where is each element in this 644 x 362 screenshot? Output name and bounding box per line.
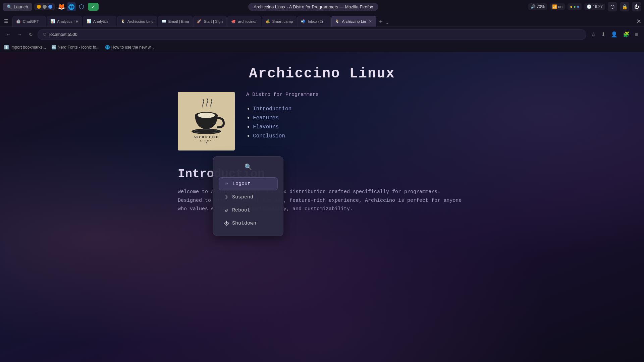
tab-archiccino[interactable]: 🐧 Archiccino Linu: [117, 16, 157, 26]
nav-link-flavours[interactable]: Flavours: [253, 124, 279, 130]
launch-button[interactable]: 🔍 Launch: [3, 3, 32, 11]
reboot-icon: ↺: [223, 207, 229, 213]
shutdown-label: Shutdown: [232, 221, 256, 226]
nav-item-flavours[interactable]: Flavours: [253, 124, 319, 130]
taskbar-dots: [34, 3, 55, 10]
tab-inbox[interactable]: 📬 Inbox (2) -: [297, 16, 331, 26]
nav-list: Introduction Features Flavours Conclusio…: [243, 106, 319, 139]
sidebar-toggle[interactable]: ☰: [3, 18, 10, 24]
import-icon: ⬇️: [4, 45, 9, 50]
clock: 🕐 16:27: [584, 3, 605, 10]
bookmark-nerd-fonts[interactable]: 🔤 Nerd Fonts - Iconic fo...: [51, 45, 100, 50]
tab-github-label: archiccino/: [238, 19, 257, 23]
analytics-h-favicon: 📊: [50, 19, 55, 23]
how-to-icon: 🌐: [105, 45, 110, 50]
bluetooth-indicator[interactable]: 📶 on: [550, 3, 565, 10]
tab-analytics-h[interactable]: 📊 Analytics | H: [47, 16, 82, 26]
search-row: 🔍: [219, 162, 278, 172]
bookmark-nerd-fonts-label: Nerd Fonts - Iconic fo...: [58, 45, 100, 50]
power-button[interactable]: ⏻: [632, 2, 641, 11]
bluetooth-button[interactable]: ⬡: [608, 2, 617, 11]
taskbar-right: 🔊 70% 📶 on ● ● ● 🕐 16:27 ⬡ 🔒 ⏻: [528, 2, 641, 11]
intro-side: A Distro for Programmers Introduction Fe…: [243, 92, 319, 153]
svg-point-1: [192, 129, 221, 134]
svg-text:— LINUX —: — LINUX —: [195, 139, 217, 142]
tab-github[interactable]: 🐙 archiccino/: [227, 16, 261, 26]
volume-icon: 🔊: [531, 4, 536, 9]
time-display: 16:27: [593, 4, 603, 9]
tab-start-label: Start | Sign: [204, 19, 223, 23]
search-icon[interactable]: 🔍: [243, 162, 253, 172]
logo-image: ARCHICCINO — LINUX —: [178, 92, 235, 150]
tab-archiccino-label: Archiccino Linu: [127, 19, 154, 23]
tab-analytics-h-label: Analytics | H: [57, 19, 78, 23]
status-dot-blue: ●: [577, 4, 579, 9]
reload-button[interactable]: ↻: [27, 31, 35, 39]
back-button[interactable]: ←: [4, 31, 13, 39]
chatgpt-favicon: 🤖: [16, 19, 21, 23]
email-favicon: ✉️: [162, 19, 166, 23]
bookmarks-bar: ⬇️ Import bookmarks... 🔤 Nerd Fonts - Ic…: [0, 42, 644, 52]
smartcamp-favicon: 🏕️: [265, 19, 270, 23]
nav-item-conclusion[interactable]: Conclusion: [253, 133, 319, 139]
status-dot-green: ●: [573, 4, 576, 9]
nerd-fonts-icon: 🔤: [51, 45, 56, 50]
nav-link-features[interactable]: Features: [253, 115, 279, 121]
status-dots: ● ● ●: [568, 3, 582, 10]
suspend-label: Suspend: [232, 194, 253, 200]
tab-close-button[interactable]: ✕: [368, 19, 373, 24]
bookmark-button[interactable]: ☆: [589, 30, 598, 39]
browser-window: ☰ 🤖 ChatGPT 📊 Analytics | H 📊 Analytics …: [0, 13, 644, 362]
archiccino-favicon: 🐧: [121, 19, 125, 23]
extensions-button[interactable]: 🧩: [621, 30, 632, 39]
nav-item-intro[interactable]: Introduction: [253, 106, 319, 112]
forward-button[interactable]: →: [15, 31, 24, 39]
nav-item-features[interactable]: Features: [253, 115, 319, 121]
account-button[interactable]: 👤: [609, 30, 620, 39]
menu-button[interactable]: ≡: [633, 30, 640, 39]
launch-label: Launch: [14, 4, 28, 9]
dropdown-menu: 🔍 ↩ Logout ☽ Suspend ↺ Reboot ⏻ Shutdown: [213, 156, 283, 236]
bookmark-import[interactable]: ⬇️ Import bookmarks...: [4, 45, 46, 50]
tab-overflow-button[interactable]: ⌄: [385, 20, 389, 25]
nav-link-conclusion[interactable]: Conclusion: [253, 133, 285, 139]
address-bar: ← → ↻ 🛡 ☆ ⬇ 👤 🧩 ≡: [0, 27, 644, 42]
bluetooth-status: on: [558, 4, 562, 9]
tab-analytics[interactable]: 📊 Analytics: [83, 16, 116, 26]
volume-value: 70%: [537, 4, 545, 9]
tab-smartcamp[interactable]: 🏕️ Smart camp: [262, 16, 297, 26]
menu-item-logout[interactable]: ↩ Logout: [219, 177, 278, 190]
page-content: Archiccino Linux: [0, 52, 644, 362]
logout-label: Logout: [232, 181, 251, 187]
new-tab-button[interactable]: +: [377, 18, 385, 25]
tab-start[interactable]: 🚀 Start | Sign: [193, 16, 227, 26]
check-button[interactable]: ✓: [88, 3, 99, 11]
menu-item-suspend[interactable]: ☽ Suspend: [219, 191, 278, 203]
address-input-wrapper[interactable]: 🛡: [38, 29, 586, 40]
bookmark-how-to[interactable]: 🌐 How to use the new w...: [105, 45, 154, 50]
window-title: Archiccino Linux - A Distro for Programm…: [248, 3, 378, 11]
tab-bar: ☰ 🤖 ChatGPT 📊 Analytics | H 📊 Analytics …: [0, 13, 644, 27]
close-window-button[interactable]: ✕: [636, 18, 641, 25]
status-dot-yellow: ●: [570, 4, 572, 9]
bookmark-import-label: Import bookmarks...: [10, 45, 46, 50]
browser-icon[interactable]: 🌐: [67, 2, 76, 11]
network-button[interactable]: 🔒: [620, 2, 629, 11]
tab-archiccino-active[interactable]: 🐧 Archiccino Lin ✕: [331, 16, 376, 26]
address-input[interactable]: [49, 32, 581, 37]
volume-indicator[interactable]: 🔊 70%: [528, 3, 547, 10]
reboot-label: Reboot: [232, 207, 250, 213]
clock-icon: 🕐: [587, 4, 592, 9]
tab-chatgpt[interactable]: 🤖 ChatGPT: [12, 16, 46, 26]
vscode-icon[interactable]: ⬡: [77, 2, 86, 11]
download-button[interactable]: ⬇: [599, 30, 607, 39]
logo-svg: ARCHICCINO — LINUX —: [186, 98, 226, 145]
menu-item-reboot[interactable]: ↺ Reboot: [219, 204, 278, 217]
menu-item-shutdown[interactable]: ⏻ Shutdown: [219, 217, 278, 230]
svg-point-3: [198, 113, 215, 118]
bookmark-how-to-label: How to use the new w...: [111, 45, 154, 50]
nav-link-intro[interactable]: Introduction: [253, 106, 291, 112]
tab-smartcamp-label: Smart camp: [272, 19, 293, 23]
tab-email[interactable]: ✉️ Email | Ema: [158, 16, 193, 26]
firefox-icon[interactable]: 🦊: [57, 2, 66, 11]
